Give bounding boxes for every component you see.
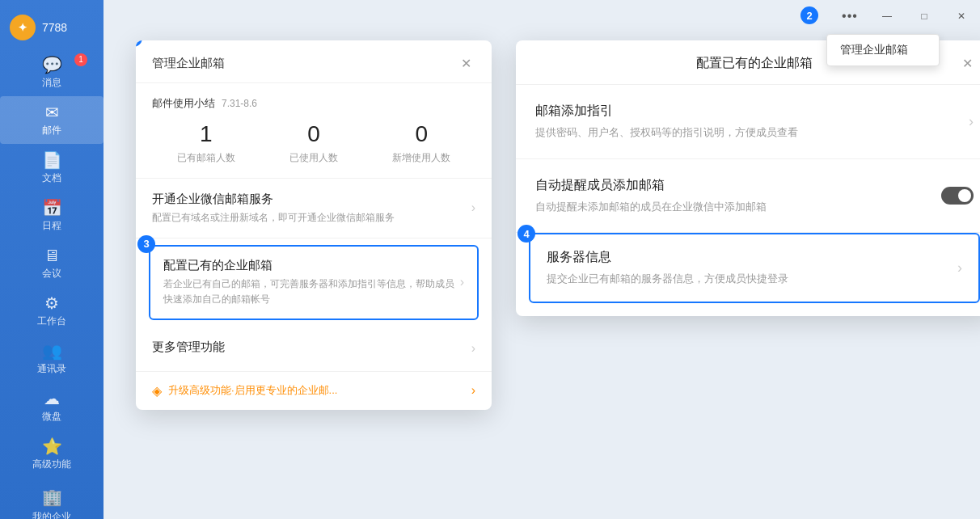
- more-button[interactable]: •••: [831, 3, 868, 29]
- card-highlighted-wrap: 3 配置已有的企业邮箱 若企业已有自己的邮箱，可完善服务器和添加指引等信息，帮助…: [136, 238, 492, 327]
- modal-close-button[interactable]: ✕: [456, 53, 475, 73]
- main-content: ••• — □ ✕ 管理企业邮箱 2 1 管理企业邮箱 ✕: [103, 0, 980, 519]
- maximize-button[interactable]: □: [906, 3, 943, 29]
- card-item-open-mail[interactable]: 开通企业微信邮箱服务 配置已有域名或注册新域名，即可开通企业微信邮箱服务 ›: [136, 179, 492, 238]
- right-panel-close-icon: ✕: [962, 56, 973, 71]
- right-panel-desc-1: 自动提醒未添加邮箱的成员在企业微信中添加邮箱: [535, 199, 941, 215]
- step-badge-4: 4: [517, 225, 535, 243]
- right-panel-desc-0: 提供密码、用户名、授权码等的指引说明，方便成员查看: [535, 124, 969, 141]
- meeting-icon: 🖥: [44, 247, 60, 264]
- card-arrow-0: ›: [471, 200, 475, 215]
- sidebar-item-workbench[interactable]: ⚙ 工作台: [0, 287, 103, 335]
- modal-title: 管理企业邮箱: [152, 56, 225, 71]
- upgrade-arrow: ›: [471, 383, 475, 398]
- sidebar-item-advanced[interactable]: ⭐ 高级功能: [0, 430, 103, 478]
- sidebar-item-schedule[interactable]: 📅 日程: [0, 192, 103, 239]
- card-title-1: 配置已有的企业邮箱: [163, 258, 460, 273]
- card-item-more-manage[interactable]: 更多管理功能 ›: [136, 327, 492, 372]
- mail-icon: ✉: [45, 104, 59, 120]
- messages-icon: 💬: [42, 57, 62, 73]
- right-panel-title-2: 服务器信息: [547, 249, 957, 266]
- modal-close-icon: ✕: [461, 56, 471, 71]
- stat-item-0: 1 已有邮箱人数: [152, 120, 260, 165]
- sidebar-label: 文档: [42, 171, 61, 185]
- modal-header: 管理企业邮箱 ✕: [136, 40, 492, 83]
- right-panel-arrow-0: ›: [969, 113, 974, 130]
- right-panel-title-1: 自动提醒成员添加邮箱: [535, 177, 941, 194]
- sidebar-footer-mycompany[interactable]: 🏢 我的企业: [0, 478, 103, 519]
- card-title-2: 更多管理功能: [152, 340, 471, 355]
- dropdown-menu: 管理企业邮箱: [826, 34, 940, 66]
- dropdown-item-manage-mail[interactable]: 管理企业邮箱: [827, 35, 939, 65]
- stat-label-2: 新增使用人数: [368, 151, 475, 165]
- stat-label-1: 已使用人数: [260, 151, 367, 165]
- card-title-0: 开通企业微信邮箱服务: [152, 192, 471, 207]
- stats-date: 7.31-8.6: [222, 98, 257, 109]
- sidebar-item-meeting[interactable]: 🖥 会议: [0, 239, 103, 287]
- close-button[interactable]: ✕: [943, 3, 980, 29]
- stat-label-0: 已有邮箱人数: [152, 151, 260, 165]
- stats-row: 1 已有邮箱人数 0 已使用人数 0 新增使用人数: [152, 120, 475, 165]
- right-panel-text-1: 自动提醒成员添加邮箱 自动提醒未添加邮箱的成员在企业微信中添加邮箱: [535, 177, 941, 215]
- advanced-icon: ⭐: [42, 438, 62, 454]
- sidebar-footer-label: 我的企业: [32, 510, 71, 519]
- card-arrow-1: ›: [460, 275, 464, 289]
- avatar: ✦: [10, 15, 36, 40]
- minimize-button[interactable]: —: [868, 3, 906, 29]
- titlebar: ••• — □ ✕: [103, 0, 980, 32]
- stat-item-1: 0 已使用人数: [260, 120, 367, 165]
- right-panel-arrow-2: ›: [957, 260, 962, 276]
- step-badge-4-wrap: 4: [517, 225, 535, 243]
- close-icon: ✕: [957, 11, 965, 22]
- auto-remind-toggle[interactable]: [941, 187, 974, 205]
- sidebar-label: 邮件: [42, 124, 61, 137]
- upgrade-text: 升级高级功能·启用更专业的企业邮...: [168, 383, 471, 398]
- sidebar-item-messages[interactable]: 💬 消息 1: [0, 49, 103, 96]
- step-badge-3: 3: [137, 235, 155, 253]
- more-icon: •••: [842, 9, 858, 23]
- sidebar-item-cloud[interactable]: ☁ 微盘: [0, 382, 103, 430]
- card-text-2: 更多管理功能: [152, 340, 471, 358]
- sidebar-label: 高级功能: [32, 458, 71, 471]
- maximize-icon: □: [921, 11, 927, 22]
- sidebar-item-contacts[interactable]: 👥 通讯录: [0, 335, 103, 382]
- sidebar-nav: 💬 消息 1 ✉ 邮件 📄 文档 📅 日程 🖥 会议 ⚙ 工作台 👥 通讯录: [0, 49, 103, 478]
- stats-header: 邮件使用小结 7.31-8.6: [152, 96, 475, 111]
- cloud-icon: ☁: [44, 390, 60, 407]
- right-panel-item-mail-guide[interactable]: 邮箱添加指引 提供密码、用户名、授权码等的指引说明，方便成员查看 ›: [516, 85, 980, 159]
- right-panel-item-auto-remind[interactable]: 自动提醒成员添加邮箱 自动提醒未添加邮箱的成员在企业微信中添加邮箱: [516, 159, 980, 234]
- stat-value-1: 0: [260, 120, 367, 148]
- schedule-icon: 📅: [42, 200, 62, 216]
- step-badge-1: 1: [136, 40, 142, 47]
- right-panel-close-button[interactable]: ✕: [957, 53, 977, 73]
- card-desc-0: 配置已有域名或注册新域名，即可开通企业微信邮箱服务: [152, 210, 471, 225]
- sidebar-item-docs[interactable]: 📄 文档: [0, 144, 103, 192]
- card-text-0: 开通企业微信邮箱服务 配置已有域名或注册新域名，即可开通企业微信邮箱服务: [152, 192, 471, 225]
- auto-remind-toggle-wrap: [941, 187, 974, 205]
- upgrade-section[interactable]: ◈ 升级高级功能·启用更专业的企业邮... ›: [136, 372, 492, 410]
- card-item-config-mail[interactable]: 配置已有的企业邮箱 若企业已有自己的邮箱，可完善服务器和添加指引等信息，帮助成员…: [149, 245, 479, 320]
- right-panel-title-0: 邮箱添加指引: [535, 103, 969, 120]
- upgrade-icon: ◈: [152, 383, 162, 399]
- sidebar-item-mail[interactable]: ✉ 邮件: [0, 96, 103, 144]
- sidebar-username: 7788: [42, 21, 67, 34]
- minimize-icon: —: [882, 11, 892, 22]
- modal-body: 邮件使用小结 7.31-8.6 1 已有邮箱人数 0 已使用人数 0 新增使用人…: [136, 83, 492, 410]
- stat-value-0: 1: [152, 120, 260, 148]
- right-panel-item-server-info[interactable]: 服务器信息 提交企业已有邮箱的服务器信息，方便成员快捷登录 ›: [529, 233, 980, 303]
- contacts-icon: 👥: [42, 343, 62, 359]
- mycompany-icon: 🏢: [42, 487, 62, 507]
- step-badge-2: 2: [800, 6, 818, 24]
- sidebar-label: 消息: [42, 76, 61, 90]
- sidebar-label: 通讯录: [37, 362, 66, 376]
- stats-section: 邮件使用小结 7.31-8.6 1 已有邮箱人数 0 已使用人数 0 新增使用人…: [136, 83, 492, 179]
- right-panel-desc-2: 提交企业已有邮箱的服务器信息，方便成员快捷登录: [547, 271, 957, 287]
- server-info-wrap: 4 服务器信息 提交企业已有邮箱的服务器信息，方便成员快捷登录 ›: [516, 233, 980, 316]
- sidebar-header: ✦ 7788: [0, 0, 103, 49]
- stats-title: 邮件使用小结: [152, 96, 215, 111]
- badge-2-container: 2: [800, 6, 818, 24]
- stat-item-2: 0 新增使用人数: [368, 120, 475, 165]
- card-text-1: 配置已有的企业邮箱 若企业已有自己的邮箱，可完善服务器和添加指引等信息，帮助成员…: [163, 258, 460, 307]
- sidebar-label: 会议: [42, 267, 61, 281]
- right-panel: 配置已有的企业邮箱 ✕ 邮箱添加指引 提供密码、用户名、授权码等的指引说明，方便…: [516, 40, 980, 316]
